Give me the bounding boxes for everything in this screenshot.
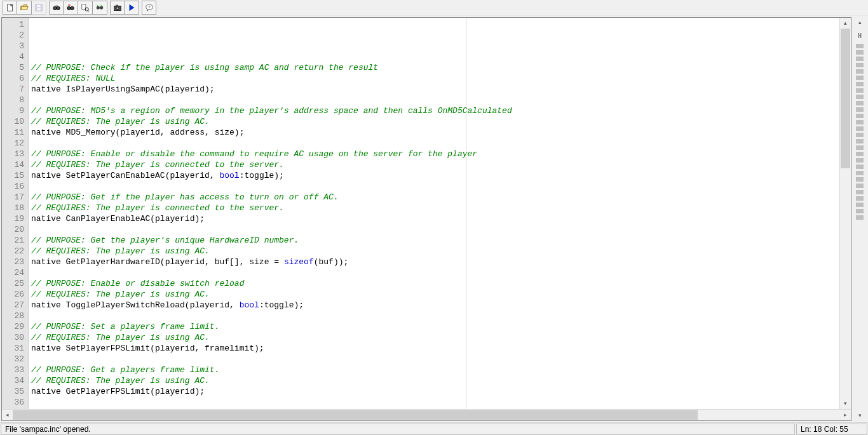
line-number[interactable]: 25 — [2, 278, 24, 289]
line-number[interactable]: 34 — [2, 375, 24, 386]
toggle-bookmark-button[interactable] — [93, 1, 107, 15]
line-number[interactable]: 9 — [2, 105, 24, 116]
line-number[interactable]: 22 — [2, 246, 24, 257]
docmap-mark[interactable] — [856, 215, 864, 220]
code-line[interactable] — [31, 311, 839, 321]
vscroll-thumb[interactable] — [841, 29, 850, 168]
code-line[interactable]: // PURPOSE: Set a players frame limit. — [31, 321, 839, 332]
docmap-mark[interactable] — [856, 203, 864, 207]
line-number[interactable]: 14 — [2, 159, 24, 170]
line-number[interactable]: 36 — [2, 397, 24, 408]
code-line[interactable]: native CanPlayerEnableAC(playerid); — [31, 213, 839, 224]
line-number[interactable]: 13 — [2, 149, 24, 159]
find-in-files-button[interactable] — [78, 1, 93, 15]
code-line[interactable]: // PURPOSE: Enable or disable the comman… — [31, 149, 839, 159]
code-line[interactable] — [31, 181, 839, 192]
scroll-up-arrow[interactable]: ▴ — [840, 18, 851, 29]
code-line[interactable]: // REQUIRES: The player is using AC. — [31, 332, 839, 343]
docmap-down-arrow[interactable]: ▾ — [853, 410, 867, 421]
docmap-mark[interactable] — [856, 158, 864, 163]
docmap-mark[interactable] — [856, 196, 864, 201]
line-number[interactable]: 18 — [2, 203, 24, 213]
help-button[interactable]: ? — [142, 1, 156, 15]
docmap-mark[interactable] — [856, 95, 864, 99]
docmap-mark[interactable] — [856, 177, 864, 182]
line-number[interactable]: 12 — [2, 138, 24, 149]
docmap-mark[interactable] — [856, 190, 864, 194]
code-line[interactable]: // PURPOSE: Get if the player has access… — [31, 192, 839, 203]
docmap-mark[interactable] — [856, 82, 864, 86]
scroll-right-arrow[interactable]: ▸ — [840, 410, 851, 420]
code-line[interactable]: // REQUIRES: The player is using AC. — [31, 375, 839, 386]
line-number[interactable]: 32 — [2, 354, 24, 365]
find-replace-button[interactable]: ab — [64, 1, 78, 15]
code-line[interactable]: // PURPOSE: Get a players frame limit. — [31, 365, 839, 375]
scroll-down-arrow[interactable]: ▾ — [840, 398, 851, 409]
docmap-mark[interactable] — [856, 184, 864, 188]
line-number[interactable]: 8 — [2, 95, 24, 105]
code-line[interactable] — [31, 51, 839, 62]
docmap-mark[interactable] — [856, 171, 864, 175]
line-number[interactable]: 28 — [2, 311, 24, 321]
vertical-scrollbar[interactable]: ▴ ▾ — [839, 18, 851, 409]
line-number-gutter[interactable]: 1234567891011121314151617181920212223242… — [2, 18, 29, 409]
code-line[interactable]: // REQUIRES: The player is connected to … — [31, 203, 839, 213]
horizontal-scrollbar[interactable]: ◂ ▸ — [2, 409, 851, 420]
line-number[interactable]: 24 — [2, 267, 24, 278]
code-line[interactable]: // PURPOSE: MD5's a region of memory in … — [31, 105, 839, 116]
line-number[interactable]: 26 — [2, 289, 24, 300]
line-number[interactable]: 31 — [2, 343, 24, 354]
code-line[interactable] — [31, 267, 839, 278]
line-number[interactable]: 17 — [2, 192, 24, 203]
code-line[interactable]: // REQUIRES: The player is using AC. — [31, 116, 839, 127]
line-number[interactable]: 15 — [2, 170, 24, 181]
code-line[interactable] — [31, 95, 839, 105]
line-number[interactable]: 23 — [2, 257, 24, 267]
docmap-mark[interactable] — [856, 145, 864, 150]
line-number[interactable]: 30 — [2, 332, 24, 343]
docmap-mark[interactable] — [856, 139, 864, 144]
compile-button[interactable] — [110, 1, 125, 15]
code-line[interactable]: native SetPlayerFPSLimit(playerid, frame… — [31, 343, 839, 354]
code-line[interactable]: // PURPOSE: Get the player's unique Hard… — [31, 235, 839, 246]
code-line[interactable]: // REQUIRES: The player is connected to … — [31, 159, 839, 170]
code-line[interactable]: // PURPOSE: Check if the player is using… — [31, 62, 839, 73]
line-number[interactable]: 2 — [2, 30, 24, 41]
line-number[interactable]: 35 — [2, 386, 24, 397]
code-line[interactable]: native MD5_Memory(playerid, address, siz… — [31, 127, 839, 138]
docmap-body[interactable]: H — [853, 28, 867, 410]
docmap-mark[interactable] — [856, 101, 864, 105]
find-button[interactable] — [49, 1, 64, 15]
code-line[interactable]: native GetPlayerFPSLimit(playerid); — [31, 386, 839, 397]
line-number[interactable]: 7 — [2, 84, 24, 95]
docmap-mark[interactable] — [856, 152, 864, 156]
line-number[interactable]: 1 — [2, 19, 24, 30]
docmap-mark[interactable] — [856, 44, 864, 48]
code-line[interactable]: native GetPlayerHardwareID(playerid, buf… — [31, 257, 839, 267]
docmap-mark[interactable] — [856, 126, 864, 131]
code-line[interactable]: // PURPOSE: Enable or disable switch rel… — [31, 278, 839, 289]
code-line[interactable]: native IsPlayerUsingSampAC(playerid); — [31, 84, 839, 95]
document-map[interactable]: ▴ H ▾ — [853, 17, 867, 421]
line-number[interactable]: 10 — [2, 116, 24, 127]
code-line[interactable]: // REQUIRES: NULL — [31, 73, 839, 84]
line-number[interactable]: 27 — [2, 300, 24, 311]
line-number[interactable]: 4 — [2, 51, 24, 62]
code-area[interactable]: // PURPOSE: Check if the player is using… — [29, 18, 839, 409]
docmap-mark[interactable] — [856, 76, 864, 80]
code-line[interactable] — [31, 354, 839, 365]
line-number[interactable]: 11 — [2, 127, 24, 138]
line-number[interactable]: 21 — [2, 235, 24, 246]
docmap-mark[interactable] — [856, 114, 864, 118]
line-number[interactable]: 3 — [2, 41, 24, 51]
hscroll-thumb[interactable] — [13, 410, 698, 420]
line-number[interactable]: 5 — [2, 62, 24, 73]
line-number[interactable]: 6 — [2, 73, 24, 84]
docmap-mark[interactable] — [856, 209, 864, 213]
line-number[interactable]: 29 — [2, 321, 24, 332]
docmap-mark[interactable] — [856, 50, 864, 55]
line-number[interactable]: 16 — [2, 181, 24, 192]
line-number[interactable]: 20 — [2, 224, 24, 235]
code-line[interactable]: // REQUIRES: The player is using AC. — [31, 246, 839, 257]
open-file-button[interactable] — [17, 1, 32, 15]
